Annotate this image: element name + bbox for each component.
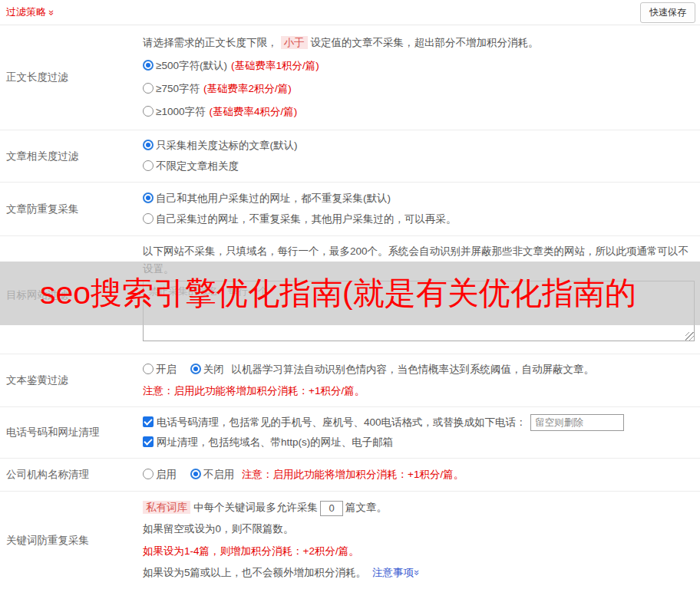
radio-option-porn-on[interactable]: 开启 (143, 364, 177, 375)
row-content: 只采集相关度达标的文章(默认) 不限定文章相关度 (143, 130, 700, 182)
keyword-note-fee: 如果设为1-4篇，则增加积分消耗：+2积分/篇。 (143, 543, 694, 560)
company-cleanup-options: 启用 不启用 注意：启用此功能将增加积分消耗：+1积分/篇。 (143, 466, 694, 483)
notice-link-label: 注意事项 (372, 567, 414, 578)
radio-option-porn-off[interactable]: 关闭 (190, 364, 224, 375)
radio-option-500-chars[interactable]: ≥500字符(默认)(基础费率1积分/篇) (143, 58, 694, 74)
notice-link[interactable]: 注意事项 (372, 567, 420, 578)
row-content: 电话号码清理，包括常见的手机号、座机号、400电话格式，或替换成如下电话： 网址… (143, 407, 700, 458)
url-cleanup-option: 网址清理，包括纯域名、带http(s)的网址、电子邮箱 (143, 434, 694, 451)
radio-option-750-chars[interactable]: ≥750字符(基础费率2积分/篇) (143, 81, 694, 97)
option-label: ≥1000字符 (156, 106, 205, 117)
checkbox-icon[interactable] (143, 436, 154, 447)
row-content: 开启 关闭 以机器学习算法自动识别色情内容，当色情概率达到系统阈值，自动屏蔽文章… (143, 354, 700, 406)
radio-option-company-off[interactable]: 不启用 (190, 469, 235, 480)
keyword-note-zero: 如果留空或设为0，则不限篇数。 (143, 521, 694, 538)
row-content: 私有词库中每个关键词最多允许采集篇文章。 如果留空或设为0，则不限篇数。 如果设… (143, 492, 700, 589)
option-label: 只采集相关度达标的文章(默认) (156, 140, 298, 151)
radio-icon[interactable] (143, 469, 154, 479)
radio-option-1000-chars[interactable]: ≥1000字符(基础费率4积分/篇) (143, 104, 694, 120)
desc-text: 设定值的文章不采集，超出部分不增加积分消耗。 (311, 37, 539, 48)
porn-filter-note: 注意：启用此功能将增加积分消耗：+1积分/篇。 (143, 383, 694, 400)
body-length-desc: 请选择需求的正文长度下限，小于设定值的文章不采集，超出部分不增加积分消耗。 (143, 35, 694, 51)
company-cleanup-note: 注意：启用此功能将增加积分消耗：+1积分/篇。 (242, 469, 464, 480)
resize-grip-icon[interactable] (685, 332, 694, 341)
row-dedup-collection: 文章防重复采集 自己和其他用户采集过的网址，都不重复采集(默认) 自己采集过的网… (0, 183, 700, 236)
option-fee: (基础费率2积分/篇) (203, 83, 292, 94)
page-title[interactable]: 过滤策略 (6, 5, 54, 19)
filter-strategy-page: 过滤策略 快速保存 正文长度过滤 请选择需求的正文长度下限，小于设定值的文章不采… (0, 0, 700, 589)
keyword-limit-suffix: 篇文章。 (345, 502, 387, 513)
header-bar: 过滤策略 快速保存 (0, 0, 700, 25)
radio-icon[interactable] (143, 140, 154, 150)
porn-filter-options: 开启 关闭 以机器学习算法自动识别色情内容，当色情概率达到系统阈值，自动屏蔽文章… (143, 361, 694, 378)
radio-option-dedup-all-users[interactable]: 自己和其他用户采集过的网址，都不重复采集(默认) (143, 190, 694, 207)
private-lexicon-link[interactable]: 私有词库 (143, 501, 190, 514)
desc-text: 请选择需求的正文长度下限， (143, 37, 278, 48)
row-company-name-cleanup: 公司机构名称清理 启用 不启用 注意：启用此功能将增加积分消耗：+1积分/篇。 (0, 459, 700, 492)
page-title-label: 过滤策略 (6, 5, 46, 19)
chevron-down-icon (412, 570, 422, 575)
less-than-highlight: 小于 (281, 36, 308, 49)
checkbox-icon[interactable] (143, 416, 154, 427)
radio-icon[interactable] (190, 469, 201, 479)
checkbox-url-cleanup[interactable]: 网址清理，包括纯域名、带http(s)的网址、电子邮箱 (143, 436, 393, 448)
option-label: 自己采集过的网址，不重复采集，其他用户采集过的，可以再采。 (156, 213, 457, 225)
option-label: 电话号码清理，包括常见的手机号、座机号、400电话格式，或替换成如下电话： (157, 416, 527, 428)
row-keyword-dedup: 关键词防重复采集 私有词库中每个关键词最多允许采集篇文章。 如果留空或设为0，则… (0, 492, 700, 589)
radio-icon[interactable] (143, 60, 154, 71)
radio-option-dedup-self-only[interactable]: 自己采集过的网址，不重复采集，其他用户采集过的，可以再采。 (143, 211, 694, 228)
row-content: 自己和其他用户采集过的网址，都不重复采集(默认) 自己采集过的网址，不重复采集，… (143, 183, 700, 235)
option-label: 不启用 (203, 469, 235, 480)
seo-text-overlay: seo搜索引擎优化指南(就是有关优化指南的 (0, 262, 700, 325)
phone-cleanup-option: 电话号码清理，包括常见的手机号、座机号、400电话格式，或替换成如下电话： (143, 414, 694, 431)
keyword-limit-text: 中每个关键词最多允许采集 (193, 502, 318, 513)
option-fee: (基础费率1积分/篇) (231, 60, 319, 71)
row-label: 公司机构名称清理 (0, 459, 143, 491)
row-porn-filter: 文本鉴黄过滤 开启 关闭 以机器学习算法自动识别色情内容，当色情概率达到系统阈值… (0, 354, 700, 407)
keyword-note-text: 如果设为5篇或以上，也不会额外增加积分消耗。 (143, 567, 366, 578)
option-label: 开启 (156, 364, 177, 375)
option-label: ≥500字符(默认) (156, 60, 227, 71)
row-label: 关键词防重复采集 (0, 492, 143, 589)
row-label: 文章相关度过滤 (0, 130, 143, 182)
row-phone-url-cleanup: 电话号码和网址清理 电话号码清理，包括常见的手机号、座机号、400电话格式，或替… (0, 407, 700, 459)
radio-icon[interactable] (143, 160, 154, 171)
option-label: 网址清理，包括纯域名、带http(s)的网址、电子邮箱 (157, 436, 393, 448)
row-content: 请选择需求的正文长度下限，小于设定值的文章不采集，超出部分不增加积分消耗。 ≥5… (143, 25, 700, 130)
option-label: 关闭 (203, 364, 224, 375)
quick-save-button[interactable]: 快速保存 (640, 2, 695, 23)
option-label: ≥750字符 (156, 83, 200, 94)
option-label: 自己和其他用户采集过的网址，都不重复采集(默认) (156, 192, 391, 204)
row-content: 启用 不启用 注意：启用此功能将增加积分消耗：+1积分/篇。 (143, 459, 700, 491)
option-fee: (基础费率4积分/篇) (209, 106, 297, 117)
radio-option-company-on[interactable]: 启用 (143, 469, 177, 480)
radio-option-relevance-any[interactable]: 不限定文章相关度 (143, 158, 694, 175)
option-label: 不限定文章相关度 (156, 160, 239, 172)
radio-icon[interactable] (143, 192, 154, 203)
keyword-note-five: 如果设为5篇或以上，也不会额外增加积分消耗。注意事项 (143, 564, 694, 581)
checkbox-phone-cleanup[interactable]: 电话号码清理，包括常见的手机号、座机号、400电话格式，或替换成如下电话： (143, 416, 527, 428)
replacement-phone-input[interactable] (530, 414, 624, 431)
option-label: 启用 (156, 469, 177, 480)
row-label: 文章防重复采集 (0, 183, 143, 235)
radio-icon[interactable] (143, 213, 154, 224)
row-label: 文本鉴黄过滤 (0, 354, 143, 406)
overlay-text: seo搜索引擎优化指南(就是有关优化指南的 (0, 278, 636, 309)
radio-option-relevance-only[interactable]: 只采集相关度达标的文章(默认) (143, 137, 694, 154)
radio-icon[interactable] (143, 106, 154, 117)
porn-filter-desc: 以机器学习算法自动识别色情内容，当色情概率达到系统阈值，自动屏蔽文章。 (232, 364, 595, 375)
row-relevance-filter: 文章相关度过滤 只采集相关度达标的文章(默认) 不限定文章相关度 (0, 130, 700, 183)
keyword-limit-line: 私有词库中每个关键词最多允许采集篇文章。 (143, 499, 694, 516)
radio-icon[interactable] (190, 364, 201, 374)
keyword-count-input[interactable] (320, 501, 343, 516)
row-label: 电话号码和网址清理 (0, 407, 143, 458)
chevron-down-icon (47, 9, 57, 15)
radio-icon[interactable] (143, 83, 154, 94)
radio-icon[interactable] (143, 364, 154, 374)
row-label: 正文长度过滤 (0, 25, 143, 130)
row-body-length-filter: 正文长度过滤 请选择需求的正文长度下限，小于设定值的文章不采集，超出部分不增加积… (0, 25, 700, 130)
